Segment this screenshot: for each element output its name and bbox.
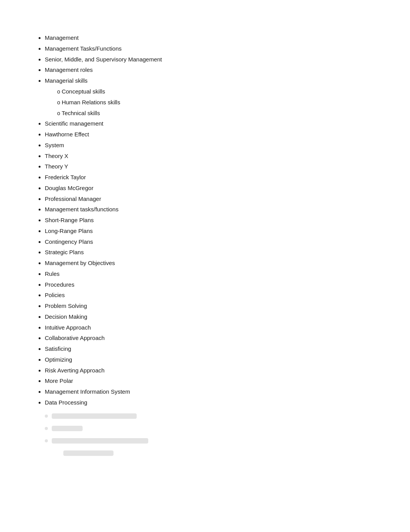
list-item-scientific-management: Scientific management bbox=[45, 118, 379, 129]
list-item-theory-x: Theory X bbox=[45, 151, 379, 161]
list-item-senior-middle: Senior, Middle, and Supervisory Manageme… bbox=[45, 54, 379, 65]
blurred-section bbox=[31, 411, 379, 458]
list-item-strategic-plans: Strategic Plans bbox=[45, 247, 379, 258]
list-item-rules: Rules bbox=[45, 269, 379, 279]
list-item-management-by-objectives: Management by Objectives bbox=[45, 258, 379, 269]
sub-list-item-managerial-skills-2: Technical skills bbox=[57, 108, 379, 119]
list-item-system: System bbox=[45, 140, 379, 151]
sub-list-item-managerial-skills-1: Human Relations skills bbox=[57, 97, 379, 108]
list-item-hawthorne-effect: Hawthorne Effect bbox=[45, 129, 379, 140]
list-item-professional-manager: Professional Manager bbox=[45, 194, 379, 204]
list-item-management-information-system: Management Information System bbox=[45, 386, 379, 397]
list-item-data-processing: Data Processing bbox=[45, 397, 379, 408]
list-item-theory-y: Theory Y bbox=[45, 161, 379, 172]
list-item-more-polar: More Polar bbox=[45, 376, 379, 386]
list-item-optimizing: Optimizing bbox=[45, 354, 379, 365]
list-item-contingency-plans: Contingency Plans bbox=[45, 236, 379, 247]
list-item-management-tasks-functions2: Management tasks/functions bbox=[45, 204, 379, 215]
list-item-frederick-taylor: Frederick Taylor bbox=[45, 172, 379, 183]
sub-list-item-managerial-skills-0: Conceptual skills bbox=[57, 86, 379, 97]
list-item-short-range-plans: Short-Range Plans bbox=[45, 215, 379, 226]
list-item-management: Management bbox=[45, 32, 379, 43]
list-item-managerial-skills: Managerial skillsConceptual skillsHuman … bbox=[45, 75, 379, 118]
list-item-satisficing: Satisficing bbox=[45, 343, 379, 354]
list-item-decision-making: Decision Making bbox=[45, 311, 379, 322]
list-item-collaborative-approach: Collaborative Approach bbox=[45, 333, 379, 343]
list-item-management-roles: Management roles bbox=[45, 65, 379, 75]
list-item-procedures: Procedures bbox=[45, 279, 379, 290]
main-list: ManagementManagement Tasks/FunctionsSeni… bbox=[31, 32, 379, 408]
list-item-risk-averting-approach: Risk Averting Approach bbox=[45, 365, 379, 376]
list-item-management-tasks-functions: Management Tasks/Functions bbox=[45, 43, 379, 54]
sub-list-managerial-skills: Conceptual skillsHuman Relations skillsT… bbox=[45, 86, 379, 119]
list-item-long-range-plans: Long-Range Plans bbox=[45, 226, 379, 236]
list-item-intuitive-approach: Intuitive Approach bbox=[45, 322, 379, 333]
list-item-problem-solving: Problem Solving bbox=[45, 301, 379, 311]
list-item-policies: Policies bbox=[45, 290, 379, 301]
list-item-douglas-mcgregor: Douglas McGregor bbox=[45, 183, 379, 194]
